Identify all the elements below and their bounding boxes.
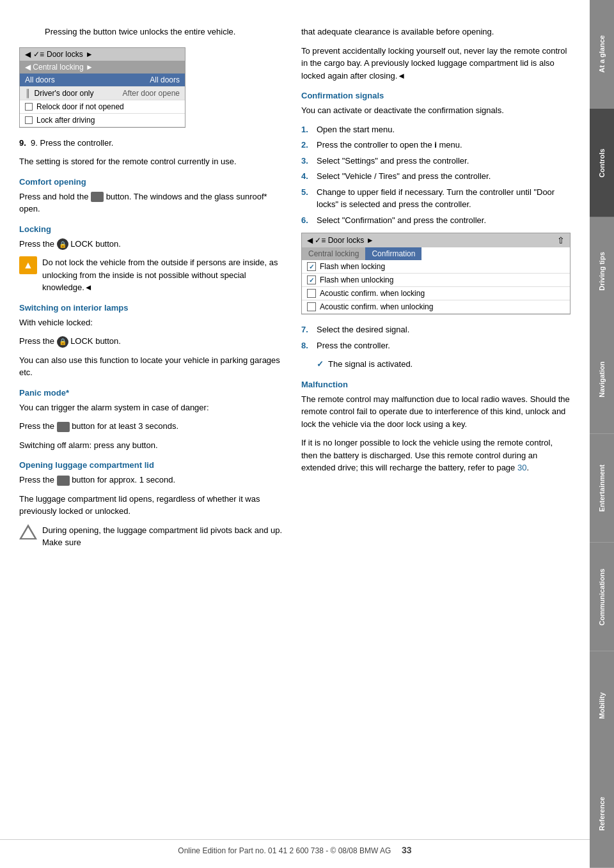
- checkbox-acoustic-unlocking: [307, 302, 316, 311]
- luggage-button-icon: [57, 476, 70, 486]
- page-link-30[interactable]: 30: [517, 463, 526, 472]
- warning-box: ▲ Do not lock the vehicle from the outsi…: [19, 256, 288, 294]
- malfunction-text2: If it is no longer possible to lock the …: [301, 437, 571, 474]
- conf-row-flash-unlocking: Flash when unlocking: [302, 274, 570, 287]
- checkbox-acoustic-locking: [307, 289, 316, 298]
- confirmation-signals-heading: Confirmation signals: [301, 91, 571, 100]
- locking-heading: Locking: [19, 224, 288, 234]
- malfunction-text1: The remote control may malfunction due t…: [301, 393, 571, 431]
- checkbox-flash-locking: [307, 262, 316, 271]
- checkmark-icon: ✓: [317, 359, 324, 369]
- steps-list-1: 1. Open the start menu. 2. Press the con…: [301, 123, 571, 227]
- sidebar-tab-driving-tips[interactable]: Driving tips: [590, 217, 614, 326]
- menu-row-driver-door: ║ Driver's door only After door opene: [20, 87, 185, 100]
- switching-text2: Press the 🔒 LOCK button.: [19, 335, 288, 348]
- menu-screenshot-door-locks: ◀ ✓≡ Door locks ► ◀ Central locking ► Al…: [19, 47, 185, 128]
- sidebar-tab-entertainment[interactable]: Entertainment: [590, 434, 614, 543]
- left-column: Pressing the button twice unlocks the en…: [19, 26, 288, 554]
- comfort-opening-heading: Comfort opening: [19, 177, 288, 187]
- right-intro: that adequate clearance is available bef…: [301, 26, 571, 38]
- conf-row-acoustic-locking: Acoustic confirm. when locking: [302, 287, 570, 300]
- page-footer: Online Edition for Part no. 01 41 2 600 …: [0, 839, 590, 855]
- note-box: During opening, the luggage compartment …: [19, 524, 288, 549]
- comfort-text: Press and hold the button. The windows a…: [19, 190, 288, 215]
- step-5: 5. Change to upper field if necessary. T…: [301, 186, 571, 211]
- menu-header: ◀ ✓≡ Door locks ►: [20, 48, 185, 61]
- checkbox-relock: [25, 103, 33, 111]
- panic-text3: Switching off alarm: press any button.: [19, 439, 288, 452]
- lock-icon: 🔒: [57, 238, 68, 250]
- conf-intro: You can activate or deactivate the confi…: [301, 104, 571, 117]
- main-content: Pressing the button twice unlocks the en…: [0, 0, 590, 593]
- sidebar-tab-navigation[interactable]: Navigation: [590, 325, 614, 434]
- sidebar: At a glance Controls Driving tips Naviga…: [590, 0, 614, 868]
- menu-row-lock-after: Lock after driving: [20, 114, 185, 127]
- malfunction-heading: Malfunction: [301, 380, 571, 389]
- panic-button-icon: [57, 422, 70, 432]
- luggage-text1: Press the button for approx. 1 second.: [19, 474, 288, 486]
- conf-menu-sub-header: Central locking Confirmation: [302, 247, 570, 260]
- right-column: that adequate clearance is available bef…: [301, 26, 571, 554]
- switching-text3: You can also use this function to locate…: [19, 354, 288, 379]
- conf-tab-confirmation: Confirmation: [365, 247, 421, 260]
- step-4: 4. Select "Vehicle / Tires" and press th…: [301, 170, 571, 183]
- sidebar-tab-at-glance[interactable]: At a glance: [590, 0, 614, 109]
- sidebar-tab-mobility[interactable]: Mobility: [590, 651, 614, 760]
- switching-text1: With vehicle locked:: [19, 316, 288, 329]
- panic-text1: You can trigger the alarm system in case…: [19, 401, 288, 414]
- luggage-compartment-heading: Opening luggage compartment lid: [19, 460, 288, 470]
- panic-text2: Press the button for at least 3 seconds.: [19, 420, 288, 433]
- lock-icon-2: 🔒: [57, 336, 68, 348]
- page-number: 33: [402, 845, 412, 855]
- warning-icon: ▲: [19, 256, 37, 274]
- conf-tab-central: Central locking: [302, 247, 365, 260]
- switching-lamps-heading: Switching on interior lamps: [19, 303, 288, 313]
- warning-text: Do not lock the vehicle from the outside…: [42, 256, 288, 294]
- checkbox-lock-after: [25, 116, 33, 124]
- step9-text: 9. 9. Press the controller.: [19, 137, 288, 150]
- conf-row-flash-locking: Flash when locking: [302, 260, 570, 274]
- conf-row-acoustic-unlocking: Acoustic confirm. when unlocking: [302, 300, 570, 314]
- menu-row-all-doors: All doors All doors: [20, 74, 185, 87]
- steps-list-2: 7. Select the desired signal. 8. Press t…: [301, 323, 571, 352]
- step-2: 2. Press the controller to open the i me…: [301, 139, 571, 151]
- checkbox-flash-unlocking: [307, 275, 316, 284]
- intro-text: Pressing the button twice unlocks the en…: [45, 26, 288, 38]
- menu-row-relock: Relock door if not opened: [20, 100, 185, 114]
- locking-text: Press the 🔒 LOCK button.: [19, 238, 288, 251]
- conf-menu-header: ◀ ✓≡ Door locks ► ⇧: [302, 233, 570, 247]
- panic-mode-heading: Panic mode*: [19, 388, 288, 398]
- right-para2: To prevent accidentally locking yourself…: [301, 45, 571, 82]
- step-3: 3. Select "Settings" and press the contr…: [301, 155, 571, 167]
- step-6: 6. Select "Confirmation" and press the c…: [301, 214, 571, 227]
- comfort-button-icon: [91, 192, 104, 202]
- note-text: During opening, the luggage compartment …: [42, 524, 288, 549]
- luggage-text2: The luggage compartment lid opens, regar…: [19, 493, 288, 518]
- menu-sub-header: ◀ Central locking ►: [20, 61, 185, 74]
- confirmation-menu-screenshot: ◀ ✓≡ Door locks ► ⇧ Central locking Conf…: [301, 233, 571, 314]
- step9-sub: The setting is stored for the remote con…: [19, 155, 288, 168]
- step-1: 1. Open the start menu.: [301, 123, 571, 136]
- step-8: 8. Press the controller.: [301, 339, 571, 352]
- note-triangle-inner: [22, 527, 35, 538]
- sidebar-tab-reference[interactable]: Reference: [590, 759, 614, 868]
- sidebar-tab-controls[interactable]: Controls: [590, 109, 614, 217]
- sidebar-tab-communications[interactable]: Communications: [590, 543, 614, 651]
- signal-activated-text: ✓ The signal is activated.: [317, 358, 571, 371]
- step-7: 7. Select the desired signal.: [301, 323, 571, 336]
